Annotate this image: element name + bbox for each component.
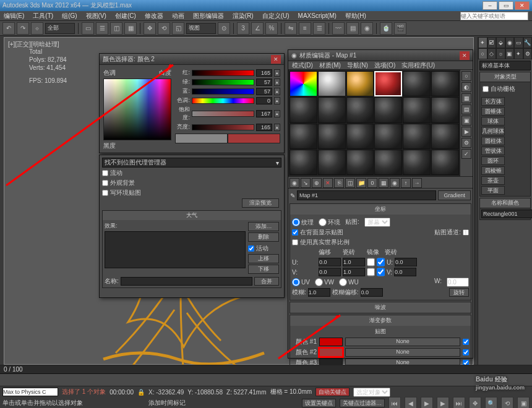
nav-max-icon[interactable]: ▣ [517,397,530,408]
minimize-button[interactable]: – [483,1,497,10]
backlight-icon[interactable]: ◐ [461,82,471,92]
options-icon[interactable]: ⚙ [461,138,471,148]
autokey-button[interactable]: 自动关键点 [315,388,350,396]
selection-filter-dropdown[interactable]: 全部 [45,23,75,34]
refcoord-dropdown[interactable]: 视图 [186,23,216,34]
keymode-dropdown[interactable]: 选定对象 [353,388,390,397]
slot-4-active[interactable] [374,71,402,96]
nav-zoom-icon[interactable]: 🔍 [485,397,497,408]
eyedropper-icon[interactable]: ✎ [290,192,295,199]
close-button[interactable]: ✕ [515,1,530,10]
put-library-icon[interactable]: 📁 [356,178,366,188]
geometry-dropdown[interactable]: 标准基本体 [479,61,531,70]
btn-sphere[interactable]: 球体 [481,117,505,125]
bitmap-proxy-dropdown[interactable]: 找不到位图代理管理器▾ [102,158,281,168]
preview-icon[interactable]: ▶ [461,127,471,137]
slot-7[interactable] [290,97,317,122]
menu-rendering[interactable]: 渲染(R) [233,12,254,20]
play-end-icon[interactable]: ⏭ [453,397,465,408]
rotate-button[interactable]: 旋转 [449,288,469,297]
addtime-label[interactable]: 添加时间标记 [148,399,186,407]
radio-uv[interactable] [292,278,300,286]
delete-effect-button[interactable]: 删除 [248,232,279,242]
hue-slider[interactable] [192,98,254,104]
assign-icon[interactable]: ⊕ [312,178,322,188]
menu-maxscript[interactable]: MAXScript(M) [298,12,337,19]
color1-map-button[interactable]: None [345,338,460,346]
window-crossing-button[interactable]: ▦ [124,22,137,35]
effects-list[interactable] [105,231,246,268]
mat-id-icon[interactable]: 0 [367,178,377,188]
background-icon[interactable]: ▦ [461,93,471,103]
v-tile-input[interactable] [343,268,365,276]
autogrid-checkbox[interactable] [483,86,489,92]
undo-button[interactable]: ↶ [2,22,15,35]
lock-icon[interactable]: 🔒 [137,389,145,396]
object-name-input[interactable] [481,210,532,218]
nav-pan-icon[interactable]: ✥ [469,397,481,408]
tab-hierarchy[interactable]: ⬙ [496,37,505,48]
tab-utilities[interactable]: 🔧 [523,37,533,48]
add-effect-button[interactable]: 添加… [248,222,279,231]
btn-box[interactable]: 长方体 [481,97,505,106]
menu-customize[interactable]: 自定义(U) [262,12,290,20]
merge-button[interactable]: 合并 [254,277,279,286]
make-unique-icon[interactable]: ◫ [345,178,355,188]
real-world-checkbox[interactable] [292,239,298,245]
me-menu-util[interactable]: 实用程序(U) [401,61,435,69]
slot-6[interactable] [431,71,459,96]
me-menu-navigate[interactable]: 导航(N) [347,61,368,69]
menu-animation[interactable]: 动画 [172,12,184,20]
setkey-button[interactable]: 设置关键点 [302,399,336,407]
color1-swatch[interactable] [319,338,343,346]
mapping-dropdown[interactable]: 屏幕 [364,218,390,227]
layers-button[interactable]: ☰ [313,22,325,35]
select-button[interactable]: ▭ [82,22,94,35]
blur-offset-input[interactable] [361,288,383,297]
tab-create[interactable]: ✦ [478,37,487,48]
tab-display[interactable]: ▭ [514,37,523,48]
me-menu-mode[interactable]: 模式(D) [292,61,313,69]
me-menu-options[interactable]: 选项(O) [374,61,395,69]
menu-create[interactable]: 创建(C) [115,12,136,20]
curve-editor-button[interactable]: 〰 [332,22,345,35]
play-prev-icon[interactable]: ◀ [405,397,417,408]
schematic-button[interactable]: ▤ [346,22,359,35]
subtab-shapes[interactable]: ◇ [487,48,497,59]
render-button[interactable]: 🎬 [394,22,406,35]
subtab-cameras[interactable]: ▣ [505,48,515,59]
subtab-systems[interactable]: ⚙ [523,48,533,59]
redo-button[interactable]: ↷ [17,22,29,35]
help-search-input[interactable] [460,12,528,20]
go-parent-icon[interactable]: ↑ [401,178,411,188]
val-slider[interactable] [192,124,254,130]
get-material-icon[interactable]: ◉ [290,178,299,188]
radio-vw[interactable] [315,278,323,286]
material-editor-close[interactable]: ✕ [460,51,470,60]
u-offset-input[interactable] [319,258,341,266]
time-slider[interactable]: 0 / 100 [0,365,532,374]
scale-button[interactable]: ◱ [172,22,184,35]
effect-name-input[interactable] [121,277,252,286]
maximize-button[interactable]: ▭ [499,1,513,10]
go-sibling-icon[interactable]: → [412,178,422,188]
btn-teapot[interactable]: 茶壶 [481,176,505,185]
select-rect-button[interactable]: ◫ [110,22,122,35]
percent-snap-button[interactable]: % [265,22,278,35]
sample-type-icon[interactable]: ○ [461,71,471,81]
red-slider[interactable] [192,70,254,76]
radio-texture[interactable] [292,218,300,226]
menu-tools[interactable]: 工具(T) [33,12,53,20]
menu-help[interactable]: 帮助(H) [345,12,366,20]
color-field[interactable] [103,79,171,140]
play-icon[interactable]: ▶ [421,397,433,408]
show-back-checkbox[interactable] [292,229,298,236]
slot-3[interactable] [346,71,374,96]
reset-icon[interactable]: ✕ [323,178,333,188]
nav-orbit-icon[interactable]: ⟲ [501,397,513,408]
map-type-button[interactable]: Gradient [438,190,471,200]
btn-torus[interactable]: 圆环 [481,156,505,165]
rotate-button[interactable]: ⟲ [158,22,170,35]
subtab-geometry[interactable]: ○ [478,48,487,59]
btn-pyramid[interactable]: 四棱锥 [481,166,505,175]
